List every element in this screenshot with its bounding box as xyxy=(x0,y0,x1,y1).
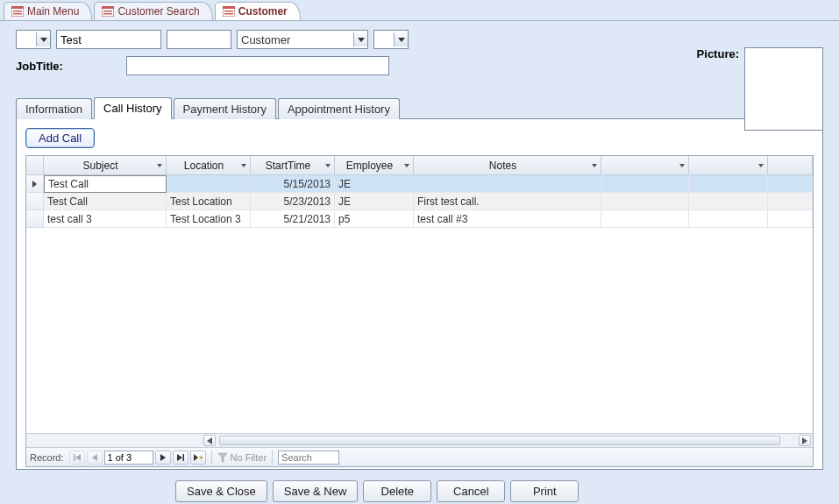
svg-marker-22 xyxy=(218,453,227,462)
save-close-button[interactable]: Save & Close xyxy=(175,480,267,502)
chevron-down-icon[interactable] xyxy=(353,32,367,46)
cell-blank[interactable] xyxy=(768,193,813,210)
scroll-right-icon[interactable] xyxy=(799,435,811,446)
col-header-blank[interactable] xyxy=(768,156,813,174)
cell-blank[interactable] xyxy=(689,193,768,210)
cell-subject[interactable]: Test Call xyxy=(44,175,167,193)
horizontal-scrollbar[interactable] xyxy=(26,433,813,447)
cell-blank[interactable] xyxy=(768,210,813,228)
svg-rect-14 xyxy=(74,454,75,461)
delete-button[interactable]: Delete xyxy=(363,480,431,502)
svg-marker-13 xyxy=(802,437,807,444)
record-label: Record: xyxy=(30,452,64,463)
middle-name-input[interactable] xyxy=(167,30,231,49)
picture-placeholder[interactable] xyxy=(744,47,823,131)
cell-blank[interactable] xyxy=(601,175,689,193)
svg-marker-16 xyxy=(92,454,97,461)
print-button[interactable]: Print xyxy=(510,480,579,502)
svg-rect-1 xyxy=(11,6,24,9)
cell-location[interactable] xyxy=(167,175,251,193)
svg-marker-12 xyxy=(207,437,212,444)
chevron-down-icon[interactable] xyxy=(394,32,408,46)
suffix-combo[interactable] xyxy=(373,30,409,49)
add-call-button[interactable]: Add Call xyxy=(25,128,95,148)
last-name-combo[interactable]: Customer xyxy=(237,30,368,49)
customer-header-area: Customer JobTitle: Picture: xyxy=(0,21,839,81)
cell-blank[interactable] xyxy=(689,210,768,228)
cell-employee[interactable]: p5 xyxy=(335,210,414,228)
cell-blank[interactable] xyxy=(601,210,689,228)
nav-search-input[interactable] xyxy=(278,451,339,465)
filter-label: No Filter xyxy=(231,452,267,463)
cell-blank[interactable] xyxy=(601,193,689,210)
col-header-location[interactable]: Location xyxy=(167,156,251,174)
current-record-icon xyxy=(32,181,37,188)
cell-starttime[interactable]: 5/21/2013 xyxy=(251,210,335,228)
nav-next-button[interactable] xyxy=(155,451,171,465)
form-icon xyxy=(11,6,24,17)
doc-tab-label: Main Menu xyxy=(27,4,79,18)
record-position-input[interactable] xyxy=(104,451,153,465)
cell-subject[interactable]: Test Call xyxy=(44,193,167,210)
svg-rect-7 xyxy=(103,13,112,15)
col-header-blank[interactable] xyxy=(689,156,768,174)
row-selector[interactable] xyxy=(26,193,44,210)
nav-last-button[interactable] xyxy=(173,451,188,465)
table-row[interactable]: test call 3 Test Location 3 5/21/2013 p5… xyxy=(26,210,813,228)
cell-notes[interactable]: First test call. xyxy=(414,193,601,210)
subtab-appointment-history[interactable]: Appointment History xyxy=(278,98,400,119)
save-new-button[interactable]: Save & New xyxy=(273,480,359,502)
filter-indicator[interactable]: No Filter xyxy=(217,452,267,463)
cell-location[interactable]: Test Location 3 xyxy=(167,210,251,228)
row-selector[interactable] xyxy=(26,210,44,228)
call-datasheet: Subject Location StartTime Employee Note… xyxy=(25,155,814,467)
col-header-subject[interactable]: Subject xyxy=(44,156,167,174)
svg-rect-5 xyxy=(102,6,114,9)
filter-icon xyxy=(217,452,228,463)
svg-rect-9 xyxy=(223,6,235,9)
col-header-starttime[interactable]: StartTime xyxy=(251,156,335,174)
doc-tab-main-menu[interactable]: Main Menu xyxy=(4,2,92,20)
chevron-down-icon xyxy=(404,164,409,167)
cell-blank[interactable] xyxy=(768,175,813,193)
cell-employee[interactable]: JE xyxy=(335,175,414,193)
cell-location[interactable]: Test Location xyxy=(167,193,251,210)
subtab-call-history[interactable]: Call History xyxy=(94,97,171,119)
table-row[interactable]: Test Call Test Location 5/23/2013 JE Fir… xyxy=(26,193,813,210)
scrollbar-thumb[interactable] xyxy=(219,436,780,445)
chevron-down-icon xyxy=(679,164,685,167)
nav-prev-button[interactable] xyxy=(87,451,103,465)
svg-rect-6 xyxy=(103,11,112,12)
prefix-combo[interactable] xyxy=(16,30,51,49)
doc-tab-customer-search[interactable]: Customer Search xyxy=(94,2,212,20)
cell-notes[interactable] xyxy=(414,175,601,193)
nav-new-button[interactable]: ✶ xyxy=(190,451,206,465)
cell-notes[interactable]: test call #3 xyxy=(414,210,601,228)
table-row[interactable]: Test Call 5/15/2013 JE xyxy=(26,175,813,193)
cancel-button[interactable]: Cancel xyxy=(437,480,505,502)
cell-blank[interactable] xyxy=(689,175,768,193)
chevron-down-icon[interactable] xyxy=(36,32,50,46)
picture-label: Picture: xyxy=(697,47,739,60)
cell-employee[interactable]: JE xyxy=(335,193,414,210)
subtab-payment-history[interactable]: Payment History xyxy=(174,98,276,119)
job-title-input[interactable] xyxy=(126,56,389,75)
datasheet-body: Test Call 5/15/2013 JE Test Call Test Lo… xyxy=(26,175,813,433)
cell-starttime[interactable]: 5/15/2013 xyxy=(251,175,335,193)
document-tab-strip: Main Menu Customer Search Customer xyxy=(0,0,839,21)
action-button-bar: Save & Close Save & New Delete Cancel Pr… xyxy=(0,475,839,504)
col-header-notes[interactable]: Notes xyxy=(414,156,601,174)
doc-tab-customer[interactable]: Customer xyxy=(215,2,301,20)
subtab-information[interactable]: Information xyxy=(16,98,92,119)
svg-rect-2 xyxy=(13,11,22,12)
cell-starttime[interactable]: 5/23/2013 xyxy=(251,193,335,210)
col-header-employee[interactable]: Employee xyxy=(335,156,414,174)
svg-rect-10 xyxy=(224,11,233,12)
cell-subject[interactable]: test call 3 xyxy=(44,210,167,228)
select-all-corner[interactable] xyxy=(26,156,44,174)
row-selector[interactable] xyxy=(26,175,44,193)
col-header-blank[interactable] xyxy=(601,156,689,174)
nav-first-button[interactable] xyxy=(69,451,85,465)
scroll-left-icon[interactable] xyxy=(203,435,216,446)
first-name-input[interactable] xyxy=(56,30,161,49)
